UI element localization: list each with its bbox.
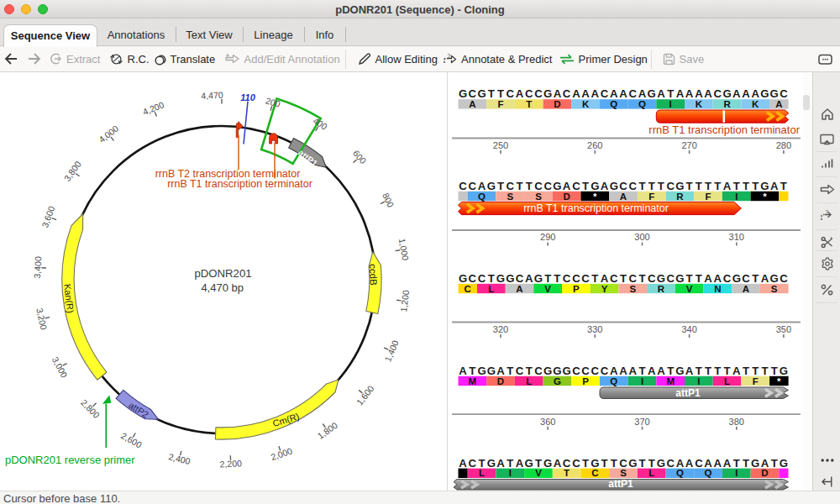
svg-text:C: C (723, 272, 732, 285)
svg-text:T: T (497, 87, 504, 100)
svg-text:T: T (705, 180, 711, 192)
svg-text:R: R (658, 284, 665, 294)
svg-text:A: A (714, 272, 722, 285)
svg-text:T: T (686, 180, 693, 192)
svg-text:A: A (723, 457, 732, 470)
svg-text:T: T (582, 180, 589, 192)
svg-text:280: 280 (776, 140, 791, 150)
svg-text:C: C (525, 87, 533, 100)
svg-text:250: 250 (493, 140, 508, 150)
svg-text:A: A (525, 272, 533, 285)
svg-text:T: T (696, 180, 702, 192)
svg-text:T: T (611, 457, 617, 470)
svg-text:G: G (554, 376, 561, 386)
svg-text:Q: Q (610, 376, 617, 386)
svg-text:C: C (572, 457, 580, 470)
svg-text:C: C (543, 180, 552, 192)
svg-text:T: T (733, 180, 740, 192)
svg-text:800: 800 (381, 192, 396, 209)
svg-text:G: G (610, 180, 618, 192)
svg-text:3,600: 3,600 (39, 205, 56, 229)
svg-text:C: C (780, 87, 788, 100)
svg-text:3,400: 3,400 (32, 256, 44, 279)
svg-text:C: C (610, 272, 618, 285)
svg-text:S: S (771, 284, 778, 294)
svg-text:C: C (629, 180, 638, 192)
svg-text:T: T (752, 180, 759, 192)
svg-text:Q: Q (478, 192, 486, 202)
svg-text:200: 200 (265, 96, 281, 109)
svg-text:T: T (516, 180, 522, 192)
svg-text:K: K (582, 99, 590, 109)
svg-text:F: F (706, 192, 711, 202)
svg-text:T: T (705, 365, 711, 377)
svg-text:T: T (724, 365, 731, 377)
svg-text:C: C (572, 365, 580, 377)
svg-text:C: C (619, 180, 627, 192)
svg-text:T: T (601, 457, 608, 470)
svg-text:I: I (735, 192, 738, 202)
svg-text:L: L (724, 376, 730, 386)
svg-text:2,000: 2,000 (270, 445, 294, 462)
svg-text:A: A (723, 180, 732, 192)
svg-text:G: G (534, 272, 543, 285)
svg-text:310: 310 (729, 232, 744, 242)
svg-text:ccdB: ccdB (368, 264, 379, 286)
svg-text:4,470 bp: 4,470 bp (201, 281, 244, 294)
svg-text:F: F (753, 376, 759, 386)
svg-text:T: T (526, 180, 533, 192)
svg-text:G: G (553, 180, 561, 192)
svg-text:*: * (763, 192, 767, 202)
svg-text:T: T (620, 272, 627, 285)
svg-text:T: T (714, 180, 721, 192)
svg-text:A: A (478, 180, 486, 192)
svg-text:C: C (742, 272, 750, 285)
svg-text:G: G (459, 87, 467, 100)
svg-text:G: G (553, 365, 561, 377)
svg-text:V: V (544, 284, 551, 294)
svg-text:T: T (658, 180, 664, 192)
svg-text:C: C (572, 180, 580, 192)
svg-text:C: C (563, 457, 571, 470)
svg-text:C: C (534, 180, 543, 192)
svg-text:T: T (667, 87, 674, 100)
svg-text:?: ? (826, 210, 829, 215)
svg-text:A: A (761, 457, 769, 470)
svg-text:T: T (696, 272, 702, 285)
svg-text:A: A (572, 87, 580, 100)
svg-text:G: G (770, 272, 779, 285)
svg-text:C: C (459, 180, 467, 192)
svg-text:T: T (743, 180, 749, 192)
svg-text:P: P (582, 376, 589, 386)
svg-text:T: T (638, 272, 645, 285)
svg-text:G: G (722, 87, 731, 100)
svg-text:rrnB T1 transcription terminat: rrnB T1 transcription terminator (167, 178, 312, 190)
svg-text:4,200: 4,200 (141, 99, 165, 117)
svg-text:A: A (676, 457, 685, 470)
svg-text:T: T (648, 180, 655, 192)
svg-text:T: T (526, 365, 533, 377)
svg-text:A: A (496, 457, 505, 470)
svg-text:G: G (657, 272, 665, 285)
svg-text:A: A (775, 99, 782, 109)
svg-text:A: A (563, 180, 571, 192)
svg-text:G: G (770, 87, 779, 100)
svg-text:C: C (629, 87, 638, 100)
svg-text:T: T (752, 365, 759, 377)
svg-text:T: T (752, 272, 759, 285)
svg-text:C: C (601, 87, 609, 100)
svg-text:S: S (629, 284, 636, 294)
svg-text:G: G (780, 457, 788, 470)
svg-text:F: F (648, 192, 654, 202)
svg-text:C: C (695, 457, 703, 470)
svg-text:A: A (601, 180, 609, 192)
svg-text:T: T (743, 457, 749, 470)
svg-text:R: R (676, 192, 684, 202)
svg-text:pDONR201 reverse primer: pDONR201 reverse primer (5, 454, 135, 466)
svg-text:G: G (648, 87, 656, 100)
svg-text:C: C (601, 365, 609, 377)
svg-text:T: T (582, 457, 589, 470)
svg-text:rrnB T1 transcription terminat: rrnB T1 transcription terminator (523, 202, 669, 214)
svg-text:Q: Q (610, 99, 617, 109)
svg-text:G: G (780, 365, 788, 377)
